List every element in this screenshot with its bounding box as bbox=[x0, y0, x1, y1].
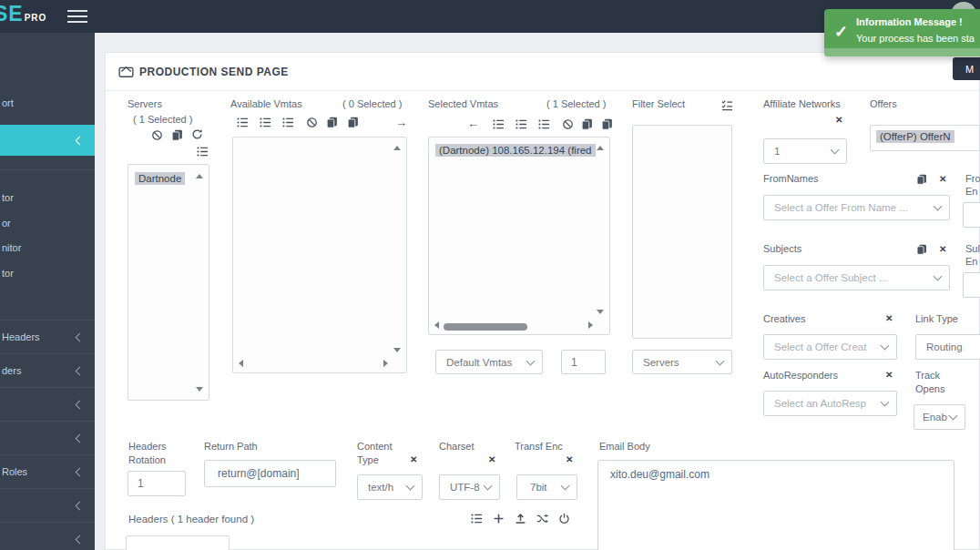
fromnames-enc-input[interactable] bbox=[963, 202, 980, 228]
transf-enc-label: Transf Enc bbox=[515, 440, 563, 453]
scroll-down-icon[interactable] bbox=[597, 310, 604, 314]
track-opens-select[interactable]: Enab bbox=[914, 404, 965, 430]
headers-rotation-input[interactable]: 1 bbox=[128, 471, 186, 496]
sidebar-item-roles[interactable]: Roles bbox=[0, 454, 95, 488]
upload-icon[interactable] bbox=[515, 513, 526, 525]
list-icon[interactable] bbox=[282, 117, 294, 128]
fromnames-enc-label-1: Fro bbox=[965, 172, 980, 185]
horizontal-scrollbar-thumb[interactable] bbox=[444, 323, 527, 331]
list-icon[interactable] bbox=[471, 513, 483, 525]
sidebar-item-headers[interactable]: Headers bbox=[0, 320, 95, 353]
scroll-up-icon[interactable] bbox=[393, 146, 401, 150]
sidebar-item[interactable] bbox=[0, 488, 95, 522]
hamburger-menu-icon[interactable] bbox=[67, 10, 87, 23]
clear-icon[interactable]: ✕ bbox=[939, 245, 946, 254]
fromnames-select[interactable]: Select a Offer From Name ... bbox=[763, 195, 950, 220]
selected-vmtas-listbox[interactable]: (Dartnode) 108.165.12.194 (fired bbox=[428, 137, 610, 335]
email-body-textarea[interactable]: xito.deu@gmail.com bbox=[597, 460, 954, 550]
scroll-down-icon[interactable] bbox=[196, 387, 203, 392]
copy-icon[interactable] bbox=[581, 118, 593, 130]
scroll-down-icon[interactable] bbox=[393, 348, 401, 352]
sidebar-item[interactable]: ort bbox=[2, 97, 14, 108]
chevron-left-icon bbox=[76, 433, 85, 443]
copy-icon[interactable] bbox=[171, 129, 183, 141]
scroll-right-icon[interactable] bbox=[383, 360, 388, 367]
affiliate-networks-select[interactable]: 1 bbox=[763, 138, 847, 164]
scroll-right-icon[interactable] bbox=[588, 321, 593, 329]
ban-icon[interactable] bbox=[151, 129, 163, 141]
scroll-left-icon[interactable] bbox=[434, 321, 439, 329]
header-item-box[interactable] bbox=[126, 535, 230, 550]
selected-vmtas-item[interactable]: (Dartnode) 108.165.12.194 (fired bbox=[435, 144, 596, 157]
subjects-enc-label-1: Sul bbox=[965, 242, 980, 255]
app-logo[interactable]: SE PRO bbox=[0, 2, 46, 26]
return-path-input[interactable]: return@[domain] bbox=[204, 460, 336, 487]
sidebar-item[interactable]: or bbox=[2, 218, 11, 229]
sidebar-item[interactable] bbox=[0, 522, 95, 550]
list-icon[interactable] bbox=[197, 146, 209, 158]
offers-listbox[interactable]: (OfferP) OfferN bbox=[870, 125, 980, 151]
filter-select-listbox[interactable] bbox=[632, 125, 732, 339]
transf-enc-select[interactable]: 7bit bbox=[516, 474, 577, 500]
clear-icon[interactable]: ✕ bbox=[566, 455, 573, 464]
clear-icon[interactable]: ✕ bbox=[410, 455, 417, 464]
scroll-up-icon[interactable] bbox=[597, 146, 604, 150]
filter-select-dropdown[interactable]: Servers bbox=[632, 350, 732, 374]
copy-icon[interactable] bbox=[326, 117, 338, 128]
toast-notification[interactable]: ✓ Information Message ! Your process has… bbox=[824, 9, 980, 56]
link-type-select[interactable]: Routing bbox=[915, 334, 980, 360]
charset-select[interactable]: UTF-8 bbox=[439, 474, 500, 500]
copy-icon[interactable] bbox=[347, 117, 359, 128]
clear-icon[interactable]: ✕ bbox=[885, 371, 893, 380]
shuffle-icon[interactable] bbox=[536, 513, 548, 525]
copy-icon[interactable] bbox=[916, 244, 927, 255]
copy-icon[interactable] bbox=[601, 118, 613, 130]
servers-listbox[interactable]: Dartnode bbox=[128, 164, 209, 401]
clear-icon[interactable]: ✕ bbox=[939, 175, 946, 184]
offers-label: Offers bbox=[870, 97, 897, 110]
sidebar-item[interactable]: tor bbox=[2, 268, 14, 279]
charset-label: Charset bbox=[439, 440, 475, 453]
available-vmtas-listbox[interactable] bbox=[232, 137, 407, 373]
subjects-enc-input[interactable] bbox=[963, 272, 980, 298]
subjects-select[interactable]: Select a Offer Subject ... bbox=[763, 265, 950, 290]
sidebar-item[interactable]: nitor bbox=[2, 242, 21, 253]
headers-rotation-label-2: Rotation bbox=[128, 453, 166, 466]
creatives-label: Creatives bbox=[763, 312, 805, 325]
plus-icon[interactable] bbox=[493, 513, 505, 525]
return-path-label: Return Path bbox=[204, 440, 258, 453]
power-icon[interactable] bbox=[558, 513, 570, 525]
ban-icon[interactable] bbox=[306, 117, 318, 128]
autoresponders-select[interactable]: Select an AutoResp bbox=[763, 391, 897, 416]
refresh-icon[interactable] bbox=[191, 128, 203, 140]
sidebar-item[interactable]: tor bbox=[2, 192, 14, 203]
clear-icon[interactable]: ✕ bbox=[835, 116, 842, 125]
scroll-up-icon[interactable] bbox=[196, 174, 203, 178]
list-check-icon[interactable] bbox=[721, 99, 733, 111]
content-type-select[interactable]: text/h bbox=[357, 474, 423, 500]
sidebar-item[interactable] bbox=[0, 387, 95, 421]
servers-selected-item[interactable]: Dartnode bbox=[135, 172, 185, 185]
sidebar-item[interactable] bbox=[0, 421, 95, 454]
list-icon[interactable] bbox=[538, 118, 550, 130]
default-vmtas-select[interactable]: Default Vmtas bbox=[435, 350, 543, 374]
content-type-label-1: Content bbox=[357, 440, 393, 453]
sidebar-item-active[interactable] bbox=[0, 125, 95, 156]
ban-icon[interactable] bbox=[562, 118, 574, 130]
clear-icon[interactable]: ✕ bbox=[488, 455, 495, 464]
move-right-icon[interactable]: → bbox=[395, 117, 407, 128]
creatives-select[interactable]: Select a Offer Creat bbox=[763, 334, 897, 360]
vmtas-count-input[interactable]: 1 bbox=[561, 350, 606, 374]
list-icon[interactable] bbox=[516, 118, 527, 130]
sidebar-item[interactable]: ders bbox=[0, 353, 95, 387]
list-icon[interactable] bbox=[260, 117, 271, 128]
scroll-left-icon[interactable] bbox=[239, 360, 243, 367]
copy-icon[interactable] bbox=[916, 174, 927, 185]
clear-icon[interactable]: ✕ bbox=[885, 314, 893, 323]
track-opens-label-1: Track bbox=[915, 369, 940, 382]
move-left-icon[interactable]: ← bbox=[467, 117, 479, 129]
offers-selected-item[interactable]: (OfferP) OfferN bbox=[876, 130, 954, 143]
menu-button[interactable]: M bbox=[953, 57, 980, 80]
list-icon[interactable] bbox=[237, 117, 249, 128]
list-icon[interactable] bbox=[493, 118, 505, 130]
